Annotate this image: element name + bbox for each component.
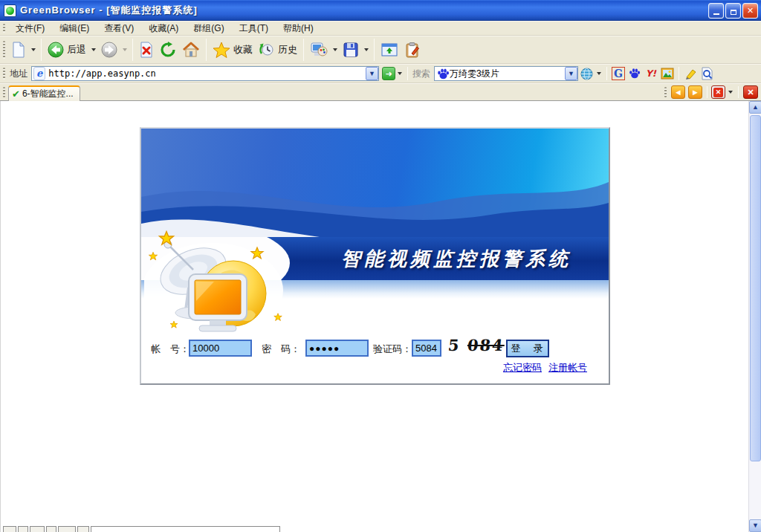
page-content: 智能视频监控报警系统 xyxy=(0,101,761,532)
tabnav-drag-grip[interactable] xyxy=(664,87,667,97)
favorites-star-icon xyxy=(213,42,230,58)
vertical-scrollbar[interactable]: ▲ ▼ xyxy=(748,101,761,532)
login-button[interactable]: 登 录 xyxy=(506,340,549,357)
baidu-paw-icon xyxy=(437,68,450,80)
search-engine-dropdown[interactable] xyxy=(597,72,601,75)
menu-drag-grip[interactable] xyxy=(3,24,5,33)
highlight-button[interactable] xyxy=(684,67,697,80)
address-dropdown[interactable]: ▼ xyxy=(366,67,378,80)
go-dropdown[interactable] xyxy=(398,72,402,75)
menu-edit[interactable]: 编辑(E) xyxy=(52,21,97,36)
page-favicon-icon: e xyxy=(33,67,45,80)
browser-window: GreenBrowser - [智能监控报警系统] ✕ 文件(F) 编辑(E) … xyxy=(0,0,761,532)
address-input[interactable] xyxy=(48,68,366,79)
address-bar-row: 地址 e ▼ ➜ 搜索 ▼ G Y! xyxy=(0,64,761,83)
baidu-icon xyxy=(629,68,641,80)
clipboard-button[interactable] xyxy=(401,40,424,59)
scroll-down-button[interactable]: ▼ xyxy=(749,519,761,532)
toolbar-drag-grip[interactable] xyxy=(3,41,5,58)
panel-toggle-button[interactable] xyxy=(378,40,401,59)
banner-waves xyxy=(141,129,609,237)
close-tab-button[interactable]: ✕ xyxy=(711,85,725,99)
find-on-page-button[interactable] xyxy=(700,67,713,80)
skin-dropdown[interactable] xyxy=(333,48,337,51)
restore-button[interactable] xyxy=(725,3,741,19)
next-tab-button[interactable]: ► xyxy=(688,85,702,99)
close-all-button[interactable]: ✕ xyxy=(743,85,758,99)
back-icon xyxy=(48,42,64,58)
prev-tab-button[interactable]: ◄ xyxy=(671,85,685,99)
refresh-button[interactable] xyxy=(157,40,179,59)
save-dropdown[interactable] xyxy=(364,48,369,51)
menu-favorites[interactable]: 收藏(A) xyxy=(141,21,186,36)
picture-icon xyxy=(661,68,674,80)
image-search-button[interactable] xyxy=(661,67,674,80)
new-page-dropdown[interactable] xyxy=(31,48,36,51)
tab-label: 6-智能监控... xyxy=(22,88,74,100)
home-button[interactable] xyxy=(179,40,203,59)
yahoo-search-button[interactable]: Y! xyxy=(644,67,658,80)
search-input[interactable] xyxy=(450,68,565,79)
address-box: e ▼ xyxy=(31,66,379,81)
skin-theme-icon xyxy=(310,42,328,58)
captcha-label: 验证码： xyxy=(373,343,412,356)
panel-up-icon xyxy=(380,42,398,58)
globe-icon xyxy=(580,68,593,80)
forward-button[interactable] xyxy=(98,40,120,59)
close-tab-dropdown[interactable] xyxy=(728,91,733,94)
new-page-icon xyxy=(11,42,26,58)
tab-drag-grip[interactable] xyxy=(3,87,5,97)
menu-groups[interactable]: 群组(G) xyxy=(186,21,231,36)
captcha-image[interactable]: 5 084 xyxy=(447,336,505,354)
stop-button[interactable] xyxy=(136,40,157,59)
account-input[interactable] xyxy=(189,340,252,357)
menu-bar: 文件(F) 编辑(E) 查看(V) 收藏(A) 群组(G) 工具(T) 帮助(H… xyxy=(0,21,761,36)
title-bar: GreenBrowser - [智能监控报警系统] ✕ xyxy=(0,0,761,21)
search-engine-button[interactable] xyxy=(580,67,593,80)
address-drag-grip[interactable] xyxy=(3,68,5,80)
go-button[interactable]: ➜ xyxy=(382,67,395,80)
baidu-search-button[interactable] xyxy=(628,67,641,80)
main-toolbar: 后退 收藏 历史 xyxy=(0,36,761,64)
tab-bar: ✔ 6-智能监控... ◄ ► ✕ ✕ xyxy=(0,83,761,101)
minimize-button[interactable] xyxy=(708,3,724,19)
history-button[interactable]: 历史 xyxy=(256,40,300,59)
menu-tools[interactable]: 工具(T) xyxy=(232,21,276,36)
password-input[interactable] xyxy=(305,340,369,357)
greenbrowser-logo-icon xyxy=(4,4,16,17)
favorites-label: 收藏 xyxy=(233,43,253,56)
back-dropdown[interactable] xyxy=(91,48,96,51)
scroll-up-button[interactable]: ▲ xyxy=(749,101,761,114)
scroll-thumb[interactable] xyxy=(750,115,761,461)
register-link[interactable]: 注册帐号 xyxy=(548,361,587,374)
menu-help[interactable]: 帮助(H) xyxy=(276,21,321,36)
back-label: 后退 xyxy=(67,43,86,56)
status-bar-partial xyxy=(3,526,280,532)
google-search-button[interactable]: G xyxy=(612,67,625,80)
tab-active[interactable]: ✔ 6-智能监控... xyxy=(8,85,80,101)
menu-file[interactable]: 文件(F) xyxy=(8,21,52,36)
address-label: 地址 xyxy=(10,68,27,80)
save-button[interactable] xyxy=(340,40,362,59)
stop-icon xyxy=(139,42,154,58)
window-title: GreenBrowser - [智能监控报警系统] xyxy=(20,4,708,17)
search-dropdown[interactable]: ▼ xyxy=(565,67,577,80)
banner-graphic xyxy=(141,129,609,237)
refresh-icon xyxy=(160,42,176,58)
password-label: 密 码： xyxy=(262,343,300,356)
close-button[interactable]: ✕ xyxy=(742,3,758,19)
history-icon xyxy=(259,42,275,58)
skin-button[interactable] xyxy=(307,40,331,59)
highlighter-icon xyxy=(684,68,697,80)
new-page-button[interactable] xyxy=(8,40,29,59)
forgot-password-link[interactable]: 忘记密码 xyxy=(503,361,542,374)
back-button[interactable]: 后退 xyxy=(45,40,89,59)
captcha-input[interactable] xyxy=(412,340,441,357)
account-label: 帐 号： xyxy=(151,343,190,356)
save-floppy-icon xyxy=(343,42,359,58)
forward-icon xyxy=(101,42,117,58)
menu-view[interactable]: 查看(V) xyxy=(97,21,141,36)
favorites-button[interactable]: 收藏 xyxy=(210,40,256,59)
home-icon xyxy=(182,42,200,58)
forward-dropdown[interactable] xyxy=(123,48,127,51)
